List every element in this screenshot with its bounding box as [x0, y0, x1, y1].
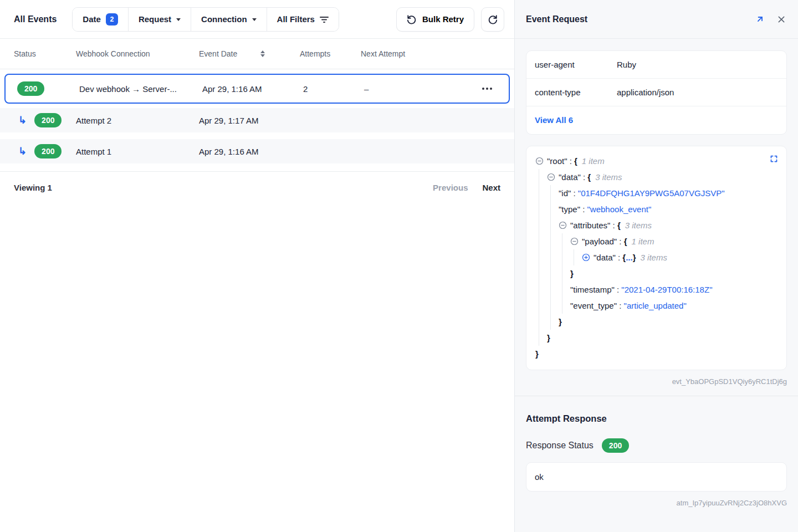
json-tree-row: "data" : {3 items [526, 169, 777, 185]
json-tree-row: "type" : "webhook_event" [526, 201, 777, 217]
json-tree-row: "attributes" : {3 items [526, 217, 777, 233]
json-tree-row: "data" : {...}3 items [526, 249, 777, 265]
row-actions-menu[interactable] [482, 88, 509, 90]
filter-bar: Date 2 Request Connection All Filters [72, 7, 339, 32]
attempt-response-title: Attempt Response [526, 413, 787, 424]
attempt-row[interactable]: ↳ 200 Attempt 1 Apr 29, 1:16 AM [0, 139, 514, 163]
status-badge: 200 [17, 81, 44, 96]
json-tree-row: "timestamp" : "2021-04-29T00:16:18Z" [526, 282, 777, 298]
header-key: user-agent [535, 60, 617, 69]
request-body-card: "root" : {1 item"data" : {3 items"id" : … [526, 146, 787, 370]
column-status: Status [14, 49, 76, 58]
next-attempt: – [364, 84, 482, 94]
json-tree-row: } [526, 330, 777, 346]
column-next-attempt: Next Attempt [361, 49, 488, 58]
refresh-icon [488, 14, 498, 24]
attempt-date: Apr 29, 1:16 AM [199, 147, 300, 156]
refresh-button[interactable] [481, 7, 504, 32]
indent-guide [539, 169, 539, 185]
collapse-node-icon[interactable] [535, 157, 544, 165]
indent-guide [550, 249, 551, 265]
indent-guide [539, 249, 539, 265]
indent-guide [550, 201, 551, 217]
status-badge: 200 [34, 144, 62, 158]
events-toolbar: All Events Date 2 Request Connection All… [0, 0, 514, 39]
app-window: All Events Date 2 Request Connection All… [0, 0, 798, 532]
indent-guide [539, 233, 539, 249]
attempt-id: atm_Ip7yipuuZvRNj2Cz3jO8hXVG [526, 499, 787, 507]
status-badge: 200 [34, 113, 62, 127]
bulk-retry-button[interactable]: Bulk Retry [396, 7, 474, 32]
indent-guide [574, 249, 574, 265]
sort-icon[interactable] [260, 50, 265, 57]
header-value: Ruby [617, 60, 636, 69]
response-body-card: ok [526, 462, 787, 492]
event-row-selected[interactable]: 200 Dev webhook → Server-... Apr 29, 1:1… [4, 74, 510, 104]
close-icon [777, 15, 786, 24]
indent-guide [539, 314, 539, 330]
header-row: content-type application/json [526, 79, 786, 106]
header-key: content-type [535, 88, 617, 97]
chevron-down-icon [176, 18, 181, 21]
indent-guide [562, 282, 562, 298]
filter-connection-label: Connection [201, 14, 247, 24]
indent-guide [562, 265, 562, 282]
json-tree-row: "id" : "01F4DFQHG1AY9PWG5A07VGJSVP" [526, 185, 777, 201]
header-value: application/json [617, 88, 674, 97]
chevron-down-icon [252, 18, 257, 21]
indent-guide [550, 298, 551, 314]
indent-guide [550, 314, 551, 330]
filter-date-label: Date [83, 14, 101, 24]
previous-page-button[interactable]: Previous [433, 183, 468, 192]
indent-guide [539, 185, 539, 201]
filter-lines-icon [320, 16, 329, 23]
indent-guide [562, 298, 562, 314]
filter-date-button[interactable]: Date 2 [73, 8, 129, 31]
json-tree-row: "payload" : {1 item [526, 233, 777, 249]
pagination-footer: Viewing 1 Previous Next [0, 172, 514, 203]
event-date: Apr 29, 1:16 AM [202, 84, 303, 94]
attempt-branch-icon: ↳ [18, 146, 27, 156]
indent-guide [539, 298, 539, 314]
page-title: All Events [14, 14, 57, 24]
all-filters-button[interactable]: All Filters [267, 8, 339, 31]
indent-guide [550, 265, 551, 282]
open-full-page-button[interactable] [755, 14, 765, 24]
indent-guide [550, 233, 551, 249]
response-status-badge: 200 [602, 438, 629, 453]
response-body: ok [535, 472, 544, 482]
view-all-headers-link[interactable]: View All 6 [535, 115, 573, 125]
indent-guide [539, 282, 539, 298]
filter-request-button[interactable]: Request [129, 8, 191, 31]
event-request-panel: Event Request user-agent [515, 0, 798, 532]
bulk-retry-label: Bulk Retry [422, 14, 464, 24]
panel-header: Event Request [515, 0, 798, 39]
json-tree-row: "event_type" : "article_updated" [526, 298, 777, 314]
collapse-node-icon[interactable] [547, 173, 555, 181]
column-webhook-connection: Webhook Connection [76, 49, 199, 58]
indent-guide [539, 201, 539, 217]
json-tree-row: } [526, 314, 777, 330]
indent-guide [550, 185, 551, 201]
next-page-button[interactable]: Next [482, 183, 500, 192]
attempt-label: Attempt 1 [76, 147, 199, 156]
attempt-label: Attempt 2 [76, 116, 199, 125]
close-panel-button[interactable] [777, 15, 786, 24]
column-event-date[interactable]: Event Date [199, 49, 300, 58]
indent-guide [550, 217, 551, 233]
column-attempts: Attempts [300, 49, 361, 58]
events-table-header: Status Webhook Connection Event Date Att… [0, 39, 514, 69]
json-tree-row: } [526, 265, 777, 282]
response-status-label: Response Status [526, 441, 594, 451]
panel-body: user-agent Ruby content-type application… [515, 39, 798, 507]
indent-guide [550, 282, 551, 298]
expand-node-icon[interactable] [582, 253, 590, 262]
collapse-node-icon[interactable] [559, 221, 567, 229]
indent-guide [562, 233, 562, 249]
attempt-row[interactable]: ↳ 200 Attempt 2 Apr 29, 1:17 AM [0, 108, 514, 132]
filter-connection-button[interactable]: Connection [191, 8, 267, 31]
collapse-node-icon[interactable] [570, 237, 579, 245]
indent-guide [539, 265, 539, 282]
events-main: All Events Date 2 Request Connection All… [0, 0, 515, 532]
event-id: evt_YbaOPGpSD1VQiy6yRC1tDj6g [526, 377, 787, 386]
